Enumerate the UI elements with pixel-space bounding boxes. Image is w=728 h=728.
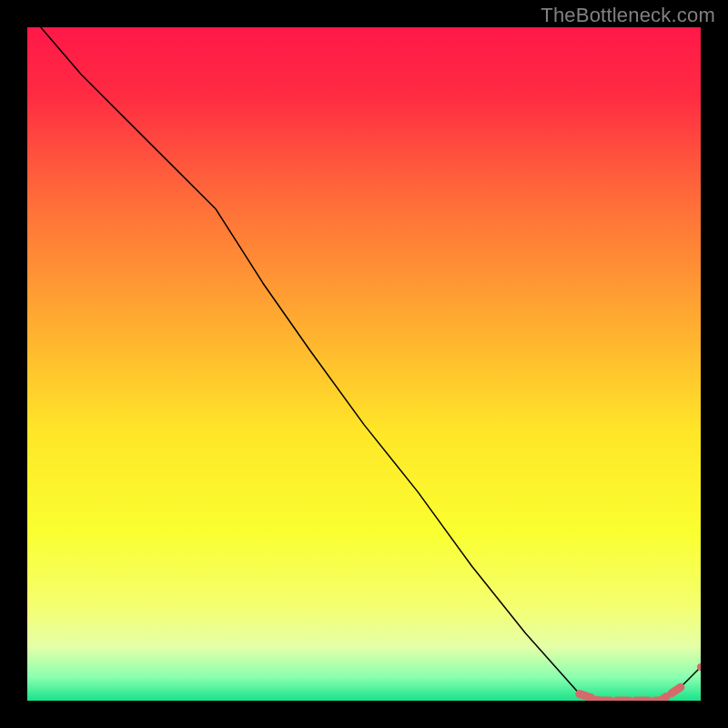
watermark-label: TheBottleneck.com (541, 4, 715, 27)
chart-gradient-rect (27, 27, 701, 701)
chart-svg (27, 27, 701, 701)
chart-frame: TheBottleneck.com (0, 0, 728, 728)
chart-plot (27, 27, 701, 701)
